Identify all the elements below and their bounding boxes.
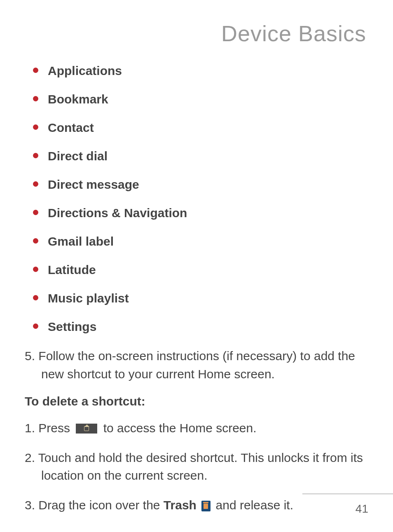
manual-page: Device Basics Applications Bookmark Cont… — [0, 0, 393, 532]
delete-shortcut-heading: To delete a shortcut: — [25, 394, 368, 408]
step-3: 3. Drag the icon over the Trash and rele… — [25, 496, 368, 514]
page-title: Device Basics — [25, 21, 366, 46]
step-3-text-b: and release it. — [212, 498, 293, 512]
list-item: Gmail label — [33, 233, 368, 249]
step-3-text-a: 3. Drag the icon over the — [25, 498, 164, 512]
list-item: Settings — [33, 319, 368, 335]
page-number: 41 — [356, 502, 368, 516]
list-item: Latitude — [33, 262, 368, 278]
step-1-text-a: 1. Press — [25, 421, 73, 435]
home-key-icon — [76, 424, 97, 434]
step-1: 1. Press to access the Home screen. — [25, 419, 368, 437]
list-item: Direct message — [33, 176, 368, 192]
list-item: Direct dial — [33, 148, 368, 164]
shortcut-type-list: Applications Bookmark Contact Direct dia… — [25, 63, 368, 335]
footer-rule — [302, 494, 393, 494]
list-item: Directions & Navigation — [33, 205, 368, 221]
list-item: Applications — [33, 63, 368, 79]
step-1-text-b: to access the Home screen. — [100, 421, 256, 435]
step-2: 2. Touch and hold the desired shortcut. … — [25, 449, 368, 485]
list-item: Contact — [33, 120, 368, 136]
trash-icon — [201, 501, 211, 511]
list-item: Music playlist — [33, 290, 368, 306]
trash-label: Trash — [164, 498, 196, 512]
list-item: Bookmark — [33, 91, 368, 107]
step-5: 5. Follow the on-screen instructions (if… — [25, 347, 368, 383]
